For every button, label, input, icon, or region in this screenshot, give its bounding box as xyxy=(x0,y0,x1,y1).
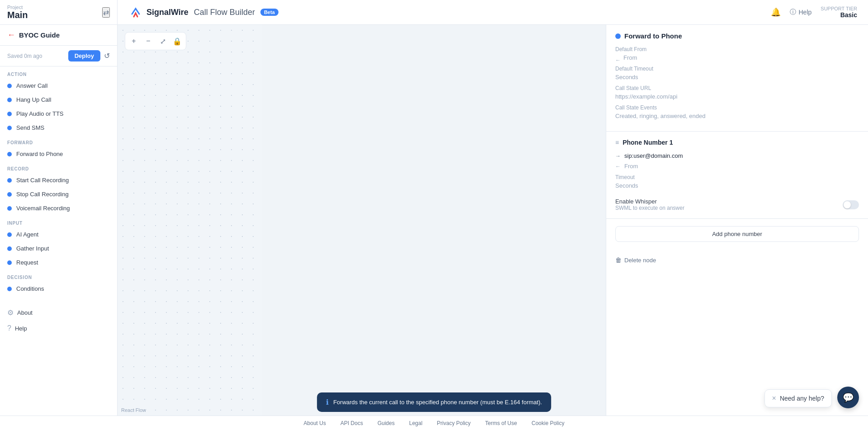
footer-cookie[interactable]: Cookie Policy xyxy=(532,420,565,426)
tooltip-info-icon: ℹ xyxy=(326,398,329,406)
dot-icon xyxy=(7,192,12,197)
delete-node-link[interactable]: 🗑 Delete node xyxy=(615,256,859,264)
sidebar-item-gather-input[interactable]: Gather Input xyxy=(0,241,117,255)
sidebar-item-label: Request xyxy=(16,259,38,266)
tier-name: Basic xyxy=(821,11,857,19)
beta-badge: Beta xyxy=(260,9,278,16)
dot-icon xyxy=(7,232,12,237)
phone-from-label: From xyxy=(624,163,638,170)
chat-icon: 💬 xyxy=(843,392,854,403)
support-label: SUPPORT TIER xyxy=(821,6,857,11)
footer-terms[interactable]: Terms of Use xyxy=(485,420,517,426)
sidebar-item-label: Forward to Phone xyxy=(16,151,63,157)
header: Project Main ⇄ SignalWire Call Flow Buil… xyxy=(0,0,868,25)
phone-section-title: ≡ Phone Number 1 xyxy=(615,139,859,146)
panel-title-text: Forward to Phone xyxy=(624,32,682,40)
sidebar-item-stop-recording[interactable]: Stop Call Recording xyxy=(0,187,117,201)
footer-about-us[interactable]: About Us xyxy=(304,420,326,426)
sidebar-item-label: Stop Call Recording xyxy=(16,191,69,198)
help-button[interactable]: ⓘ Help xyxy=(790,8,812,16)
sidebar-item-forward-to-phone[interactable]: Forward to Phone xyxy=(0,147,117,161)
transfer-button[interactable]: ⇄ xyxy=(102,7,110,18)
add-phone-button[interactable]: Add phone number xyxy=(615,226,859,242)
phone-number-section: ≡ Phone Number 1 → sip:user@domain.com ←… xyxy=(606,132,868,219)
phone-to-arrow-icon: → xyxy=(615,153,621,159)
dot-icon xyxy=(7,287,12,291)
signalwire-logo: SignalWire xyxy=(128,5,189,19)
sidebar-item-label: Play Audio or TTS xyxy=(16,110,64,117)
chat-bubble[interactable]: 💬 xyxy=(837,387,859,408)
dot-icon xyxy=(7,246,12,251)
panel-node-section: Forward to Phone Default From ← From Def… xyxy=(606,25,868,132)
section-decision-label: DECISION xyxy=(0,269,117,282)
delete-node-row: 🗑 Delete node xyxy=(606,249,868,271)
tooltip-text: Forwards the current call to the specifi… xyxy=(333,399,542,406)
sidebar-item-request[interactable]: Request xyxy=(0,255,117,269)
phone-from-arrow-icon: ← xyxy=(615,163,621,170)
support-tier: SUPPORT TIER Basic xyxy=(821,6,857,19)
call-state-events-value: Created, ringing, answered, ended xyxy=(615,113,859,124)
dot-icon xyxy=(7,98,12,102)
default-timeout-label: Default Timeout xyxy=(615,66,859,72)
canvas[interactable]: + − ⤢ 🔒 xyxy=(118,25,262,416)
footer-api-docs[interactable]: API Docs xyxy=(340,420,363,426)
from-arrow-icon: ← xyxy=(615,57,621,63)
header-center: SignalWire Call Flow Builder Beta xyxy=(118,5,760,19)
chat-close-button[interactable]: × xyxy=(772,394,776,402)
default-from-label: Default From xyxy=(615,46,859,52)
help-item[interactable]: ? Help xyxy=(0,321,117,336)
sidebar-item-label: Send SMS xyxy=(16,124,44,131)
project-label: Project xyxy=(7,5,28,10)
sidebar-item-play-audio[interactable]: Play Audio or TTS xyxy=(0,107,117,121)
footer-guides[interactable]: Guides xyxy=(377,420,395,426)
sidebar-top: ← BYOC Guide xyxy=(0,25,117,46)
byoc-title: BYOC Guide xyxy=(19,31,60,39)
dot-icon xyxy=(7,126,12,130)
help-icon: ? xyxy=(7,324,11,332)
sidebar-item-ai-agent[interactable]: AI Agent xyxy=(0,227,117,241)
sidebar-item-voicemail[interactable]: Voicemail Recording xyxy=(0,201,117,215)
back-button[interactable]: ← xyxy=(7,30,15,40)
default-from-value: From xyxy=(623,54,637,66)
sidebar-item-answer-call[interactable]: Answer Call xyxy=(0,79,117,93)
sidebar-item-label: Hang Up Call xyxy=(16,96,51,103)
delete-node-label: Delete node xyxy=(624,257,656,264)
dot-icon xyxy=(7,206,12,211)
phone-timeout-value: Seconds xyxy=(615,182,859,194)
help-circle-icon: ⓘ xyxy=(790,8,796,16)
sidebar-item-start-recording[interactable]: Start Call Recording xyxy=(0,173,117,187)
dot-icon xyxy=(7,84,12,88)
project-name: Main xyxy=(7,10,28,20)
section-forward-label: FORWARD xyxy=(0,135,117,147)
sidebar-item-label: Start Call Recording xyxy=(16,177,69,184)
help-label: Help xyxy=(799,9,812,16)
footer-privacy[interactable]: Privacy Policy xyxy=(437,420,471,426)
sidebar: ← BYOC Guide Saved 0m ago Deploy ↺ ACTIO… xyxy=(0,25,118,430)
delete-icon: 🗑 xyxy=(615,256,622,264)
flow-area: Answer Call Handle Call Forward to Phone… xyxy=(118,25,262,416)
about-item[interactable]: ⚙ About xyxy=(0,305,117,321)
sidebar-item-conditions[interactable]: Conditions xyxy=(0,282,117,296)
section-input-label: INPUT xyxy=(0,215,117,227)
saved-text: Saved 0m ago xyxy=(7,53,65,59)
whisper-toggle[interactable] xyxy=(843,200,859,209)
chat-tooltip-text: Need any help? xyxy=(780,395,824,402)
footer-bar: About Us API Docs Guides Legal Privacy P… xyxy=(0,416,868,430)
sidebar-item-send-sms[interactable]: Send SMS xyxy=(0,121,117,135)
brand-name: SignalWire xyxy=(146,8,189,17)
whisper-row: Enable Whisper SWML to execute on answer xyxy=(615,198,859,211)
notification-button[interactable]: 🔔 xyxy=(771,7,781,17)
help-sidebar-label: Help xyxy=(15,325,27,332)
history-button[interactable]: ↺ xyxy=(104,52,110,60)
footer-legal[interactable]: Legal xyxy=(409,420,422,426)
phone-to-row: → sip:user@domain.com xyxy=(615,152,859,159)
toolbar-row: Saved 0m ago Deploy ↺ xyxy=(0,46,117,66)
sidebar-item-hang-up-call[interactable]: Hang Up Call xyxy=(0,93,117,107)
deploy-button[interactable]: Deploy xyxy=(68,50,100,61)
dot-icon xyxy=(7,152,12,156)
page-title: Call Flow Builder xyxy=(194,8,255,17)
sidebar-item-label: Conditions xyxy=(16,285,44,292)
call-state-events-label: Call State Events xyxy=(615,104,859,111)
about-icon: ⚙ xyxy=(7,308,14,317)
project-info: Project Main ⇄ xyxy=(0,0,118,24)
